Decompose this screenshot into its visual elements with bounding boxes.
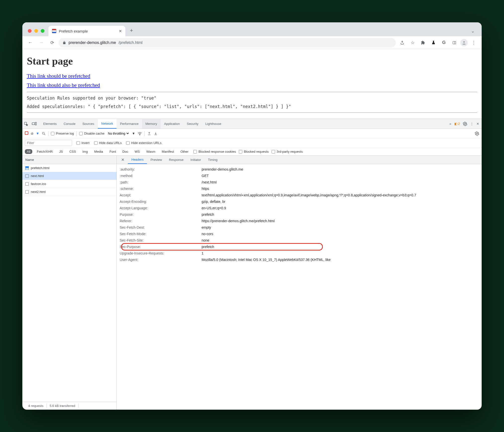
browser-tab[interactable]: Prefetch example ✕ bbox=[48, 26, 125, 36]
panel-icon[interactable] bbox=[450, 38, 459, 47]
throttling-select[interactable]: No throttling bbox=[107, 131, 130, 136]
filter-toggle-icon[interactable]: ▼ bbox=[36, 132, 39, 135]
extensions-icon[interactable] bbox=[419, 38, 428, 47]
type-other[interactable]: Other bbox=[179, 149, 191, 154]
panel-tab-console[interactable]: Console bbox=[60, 119, 79, 129]
request-row[interactable]: favicon.ico bbox=[22, 180, 116, 188]
panel-tab-security[interactable]: Security bbox=[183, 119, 202, 129]
google-icon[interactable]: G bbox=[439, 38, 448, 47]
svg-point-6 bbox=[465, 123, 466, 124]
star-icon[interactable]: ☆ bbox=[408, 38, 417, 47]
disable-cache-checkbox[interactable]: Disable cache bbox=[79, 132, 105, 135]
close-window-button[interactable] bbox=[28, 29, 32, 33]
minimize-window-button[interactable] bbox=[34, 29, 38, 33]
wifi-icon[interactable] bbox=[138, 132, 142, 135]
header-key: Sec-Purpose: bbox=[120, 245, 202, 249]
header-value: https://prerender-demos.glitch.me/prefet… bbox=[202, 219, 482, 223]
panel-tab-network[interactable]: Network bbox=[98, 119, 117, 129]
request-name: favicon.ico bbox=[31, 182, 46, 186]
header-value: GET bbox=[202, 174, 482, 178]
tab-overflow-button[interactable]: ⌄ bbox=[471, 28, 478, 36]
status-bar: 4 requests 5.6 kB transferred bbox=[22, 402, 116, 410]
upload-har-icon[interactable] bbox=[147, 132, 151, 136]
device-icon[interactable] bbox=[32, 122, 39, 126]
type-manifest[interactable]: Manifest bbox=[160, 149, 176, 154]
download-har-icon[interactable] bbox=[154, 132, 158, 136]
invert-checkbox[interactable]: Invert bbox=[76, 141, 90, 145]
request-row[interactable]: prefetch.html bbox=[22, 164, 116, 172]
panel-tab-performance[interactable]: Performance bbox=[116, 119, 142, 129]
header-value: prefetch bbox=[202, 213, 482, 216]
devtools-close-icon[interactable]: ✕ bbox=[476, 122, 479, 126]
request-row[interactable]: next.html bbox=[22, 172, 116, 180]
third-party-checkbox[interactable]: 3rd-party requests bbox=[272, 150, 303, 153]
type-media[interactable]: Media bbox=[92, 149, 105, 154]
labs-icon[interactable] bbox=[429, 38, 438, 47]
browser-window: Prefetch example ✕ + ⌄ ← → ⟳ prerender-d… bbox=[22, 22, 482, 410]
detail-tab-preview[interactable]: Preview bbox=[147, 156, 165, 164]
blocked-requests-checkbox[interactable]: Blocked requests bbox=[239, 150, 269, 153]
search-icon[interactable] bbox=[42, 132, 46, 136]
panel-tab-memory[interactable]: Memory bbox=[142, 119, 161, 129]
panel-tab-lighthouse[interactable]: Lighthouse bbox=[202, 119, 225, 129]
detail-close-button[interactable]: ✕ bbox=[119, 157, 127, 162]
svg-rect-0 bbox=[453, 41, 456, 44]
prefetch-link-1[interactable]: This link should be prefetched bbox=[27, 73, 477, 79]
back-button[interactable]: ← bbox=[26, 38, 35, 47]
hide-data-urls-checkbox[interactable]: Hide data URLs bbox=[94, 141, 122, 145]
detail-tab-timing[interactable]: Timing bbox=[205, 156, 221, 164]
type-doc[interactable]: Doc bbox=[120, 149, 130, 154]
throttle-dropdown-icon[interactable]: ▼ bbox=[132, 132, 135, 135]
warning-badge[interactable]: ◧ 2 bbox=[454, 122, 460, 126]
type-wasm[interactable]: Wasm bbox=[144, 149, 157, 154]
more-panels-icon[interactable]: » bbox=[450, 122, 451, 126]
type-ws[interactable]: WS bbox=[133, 149, 142, 154]
detail-tab-initiator[interactable]: Initiator bbox=[187, 156, 205, 164]
devtools-menu-icon[interactable]: ⋮ bbox=[470, 122, 473, 126]
header-key: Sec-Fetch-Mode: bbox=[120, 232, 202, 236]
request-row[interactable]: next2.html bbox=[22, 188, 116, 196]
panel-tab-application[interactable]: Application bbox=[161, 119, 183, 129]
filter-input[interactable] bbox=[25, 140, 72, 146]
settings-icon[interactable] bbox=[463, 122, 467, 126]
forward-button[interactable]: → bbox=[37, 38, 46, 47]
new-tab-button[interactable]: + bbox=[130, 27, 133, 36]
request-count: 4 requests bbox=[25, 404, 47, 408]
tab-close-button[interactable]: ✕ bbox=[119, 29, 122, 34]
detail-tab-headers[interactable]: Headers bbox=[128, 156, 147, 164]
share-icon[interactable] bbox=[398, 38, 407, 47]
prefetch-link-2[interactable]: This link should also be prefetched bbox=[27, 82, 477, 88]
type-css[interactable]: CSS bbox=[67, 149, 78, 154]
reload-button[interactable]: ⟳ bbox=[48, 38, 57, 47]
address-bar[interactable]: prerender-demos.glitch.me/prefetch.html bbox=[59, 38, 396, 47]
header-value: Mozilla/5.0 (Macintosh; Intel Mac OS X 1… bbox=[202, 258, 482, 262]
record-button[interactable] bbox=[25, 131, 28, 136]
type-js[interactable]: JS bbox=[57, 149, 65, 154]
svg-rect-4 bbox=[32, 123, 35, 125]
preserve-log-checkbox[interactable]: Preserve log bbox=[51, 132, 74, 135]
type-img[interactable]: Img bbox=[80, 149, 90, 154]
type-fetch-xhr[interactable]: Fetch/XHR bbox=[35, 149, 55, 154]
header-value: empty bbox=[202, 225, 482, 229]
panel-tab-sources[interactable]: Sources bbox=[79, 119, 98, 129]
maximize-window-button[interactable] bbox=[41, 29, 44, 33]
clear-button[interactable]: ⊘ bbox=[31, 132, 34, 135]
inspect-icon[interactable] bbox=[24, 122, 31, 126]
header-row: Accept-Encoding:gzip, deflate, br bbox=[120, 198, 482, 205]
hide-extension-urls-checkbox[interactable]: Hide extension URLs bbox=[126, 141, 161, 145]
request-name: next.html bbox=[31, 174, 44, 178]
header-key: Referer: bbox=[120, 219, 202, 223]
menu-icon[interactable]: ⋮ bbox=[469, 38, 478, 47]
panel-tab-elements[interactable]: Elements bbox=[40, 119, 60, 129]
toolbar-actions: ☆ G ⋮ bbox=[398, 38, 478, 47]
header-key: Accept-Encoding: bbox=[120, 200, 202, 204]
url-host: prerender-demos.glitch.me bbox=[69, 40, 116, 45]
type-font[interactable]: Font bbox=[108, 149, 118, 154]
network-settings-icon[interactable] bbox=[475, 131, 479, 136]
profile-avatar[interactable] bbox=[460, 39, 468, 46]
detail-tab-response[interactable]: Response bbox=[165, 156, 187, 164]
type-all[interactable]: All bbox=[25, 149, 32, 154]
header-row: User-Agent:Mozilla/5.0 (Macintosh; Intel… bbox=[120, 256, 482, 263]
name-column-header[interactable]: Name bbox=[22, 156, 116, 164]
blocked-cookies-checkbox[interactable]: Blocked response cookies bbox=[193, 150, 236, 153]
